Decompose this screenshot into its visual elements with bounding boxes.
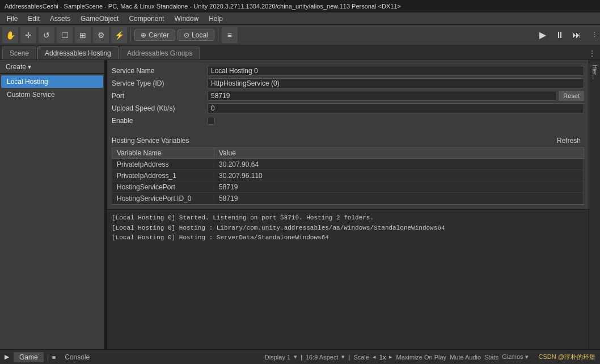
properties-panel: Service Name Local Hosting 0 Service Typ…: [107, 60, 589, 132]
maximize-btn[interactable]: Maximize On Play: [396, 354, 446, 361]
tab-scene-label: Scene: [10, 49, 29, 57]
prop-row-port: Port Reset: [107, 90, 589, 102]
pause-button[interactable]: ⏸: [552, 27, 568, 43]
prop-label-service-name: Service Name: [112, 67, 202, 75]
table-row: PrivateIpAddress 30.207.90.64: [112, 159, 584, 170]
menu-component[interactable]: Component: [124, 14, 168, 24]
tool-rotate[interactable]: ↺: [39, 27, 54, 43]
step-button[interactable]: ⏭: [569, 27, 585, 43]
table-cell-name-1: PrivateIpAddress_1: [112, 172, 214, 180]
pivot-local-btn[interactable]: ⊙ Local: [178, 29, 214, 41]
display-info: Display 1: [265, 354, 290, 361]
prop-row-service-name: Service Name Local Hosting 0: [107, 65, 589, 77]
table-cell-value-1: 30.207.96.110: [214, 172, 584, 180]
refresh-button[interactable]: Refresh: [553, 136, 584, 146]
layers-btn[interactable]: ≡: [222, 27, 238, 43]
sidebar-item-local-hosting[interactable]: Local Hosting: [1, 75, 103, 88]
tool-scale[interactable]: ☐: [57, 27, 73, 43]
tab-addressables-hosting[interactable]: Addressables Hosting: [37, 46, 119, 60]
log-line-1: [Local Hosting 0] Hosting : Library/com.…: [112, 223, 584, 234]
menu-file[interactable]: File: [2, 14, 22, 24]
table-cell-name-0: PrivateIpAddress: [112, 160, 214, 168]
aspect-dropdown-icon[interactable]: ▾: [341, 353, 345, 361]
tab-addressables-hosting-label: Addressables Hosting: [45, 49, 111, 57]
create-button[interactable]: Create ▾: [2, 62, 35, 72]
tool-hand[interactable]: ✋: [2, 27, 18, 43]
menu-window[interactable]: Window: [170, 14, 203, 24]
prop-input-upload-speed[interactable]: [207, 103, 584, 113]
menu-edit[interactable]: Edit: [23, 14, 44, 24]
prop-label-service-type: Service Type (ID): [112, 79, 202, 87]
table-row: HostingServicePort 58719: [112, 181, 584, 193]
tool-rect[interactable]: ⊞: [75, 27, 91, 43]
bottom-right: Display 1 ▾ | 16:9 Aspect ▾ | Scale ◂ 1x…: [265, 353, 595, 361]
scale-increase-icon[interactable]: ▸: [389, 353, 392, 361]
prop-row-service-type: Service Type (ID) HttpHostingService (0): [107, 77, 589, 90]
sidebar-toolbar: Create ▾: [0, 60, 104, 74]
bottom-tab-console[interactable]: Console: [59, 352, 95, 362]
toolbar-right: ⋮: [591, 31, 598, 39]
pivot-label: Center: [149, 31, 169, 39]
table-header: Variable Name Value: [112, 148, 584, 159]
play-controls: ▶ ⏸ ⏭: [535, 27, 585, 43]
aspect-separator: |: [301, 354, 302, 361]
prop-label-port: Port: [112, 92, 202, 100]
table-cell-name-2: HostingServicePort: [112, 183, 214, 191]
prop-input-port[interactable]: [207, 91, 556, 101]
col-header-value: Value: [214, 148, 584, 158]
create-label: Create ▾: [6, 63, 31, 71]
scale-value: 1x: [379, 354, 386, 361]
right-panel: Service Name Local Hosting 0 Service Typ…: [107, 60, 589, 349]
variables-table: Variable Name Value PrivateIpAddress 30.…: [112, 147, 584, 205]
mute-btn[interactable]: Mute Audio: [450, 354, 481, 361]
menu-assets[interactable]: Assets: [45, 14, 75, 24]
pivot-center-btn[interactable]: ⊕ Center: [134, 29, 175, 41]
col-header-name: Variable Name: [112, 148, 214, 158]
prop-checkbox-enable[interactable]: [207, 117, 215, 125]
log-line-2: [Local Hosting 0] Hosting : ServerData/S…: [112, 233, 584, 243]
table-row: PrivateIpAddress_1 30.207.96.110: [112, 170, 584, 181]
menu-bar: File Edit Assets GameObject Component Wi…: [0, 12, 600, 25]
brand-label: CSDN @淳朴的环堡: [539, 353, 595, 361]
local-icon: ⊙: [184, 31, 189, 39]
table-cell-value-2: 58719: [214, 183, 584, 191]
tab-menu-icon[interactable]: ⋮: [586, 49, 598, 57]
tool-transform[interactable]: ⚙: [93, 27, 109, 43]
table-row: HostingServicePort.ID_0 58719: [112, 193, 584, 204]
main-content: Create ▾ Local Hosting Custom Service Se…: [0, 60, 600, 349]
tab-scene[interactable]: Scene: [2, 46, 36, 60]
scale-label: Scale: [353, 354, 369, 361]
variables-header: Hosting Service Variables Refresh: [107, 134, 589, 147]
tool-custom[interactable]: ⚡: [111, 27, 127, 43]
bottom-bar: ▶ Game | ≡ Console Display 1 ▾ | 16:9 As…: [0, 349, 600, 364]
tool-move[interactable]: ✛: [20, 27, 36, 43]
display-dropdown-icon[interactable]: ▾: [294, 353, 297, 361]
prop-value-service-name: Local Hosting 0: [207, 66, 584, 76]
sidebar-item-local-hosting-label: Local Hosting: [7, 78, 48, 86]
tab-bar: Scene Addressables Hosting Addressables …: [0, 45, 600, 60]
tab-addressables-groups[interactable]: Addressables Groups: [120, 46, 200, 60]
menu-help[interactable]: Help: [204, 14, 227, 24]
sidebar-item-custom-service[interactable]: Custom Service: [1, 88, 103, 101]
prop-value-service-type: HttpHostingService (0): [207, 78, 584, 88]
bottom-tab-game[interactable]: Game: [14, 352, 44, 362]
play-button[interactable]: ▶: [535, 27, 551, 43]
prop-row-upload-speed: Upload Speed (Kb/s): [107, 102, 589, 115]
prop-row-enable: Enable: [107, 115, 589, 127]
prop-label-upload-speed: Upload Speed (Kb/s): [112, 104, 202, 112]
right-sidebar: Hier...: [589, 60, 600, 349]
variables-section: Hosting Service Variables Refresh Variab…: [107, 134, 589, 205]
toolbar: ✋ ✛ ↺ ☐ ⊞ ⚙ ⚡ ⊕ Center ⊙ Local ≡ ▶ ⏸ ⏭ ⋮: [0, 25, 600, 45]
log-line-0: [Local Hosting 0] Started. Listening on …: [112, 213, 584, 223]
prop-label-enable: Enable: [112, 117, 202, 125]
table-cell-name-3: HostingServicePort.ID_0: [112, 194, 214, 202]
tab-addressables-groups-label: Addressables Groups: [127, 49, 192, 57]
scale-decrease-icon[interactable]: ◂: [373, 353, 376, 361]
prop-reset-port-btn[interactable]: Reset: [559, 91, 584, 101]
menu-gameobject[interactable]: GameObject: [76, 14, 123, 24]
gizmos-btn[interactable]: Gizmos ▾: [502, 353, 528, 361]
stats-btn[interactable]: Stats: [484, 354, 498, 361]
table-cell-value-0: 30.207.90.64: [214, 160, 584, 168]
separator-2: [218, 28, 218, 42]
title-text: AddressablesCeshi - SampleScene - PC, Ma…: [5, 3, 401, 10]
